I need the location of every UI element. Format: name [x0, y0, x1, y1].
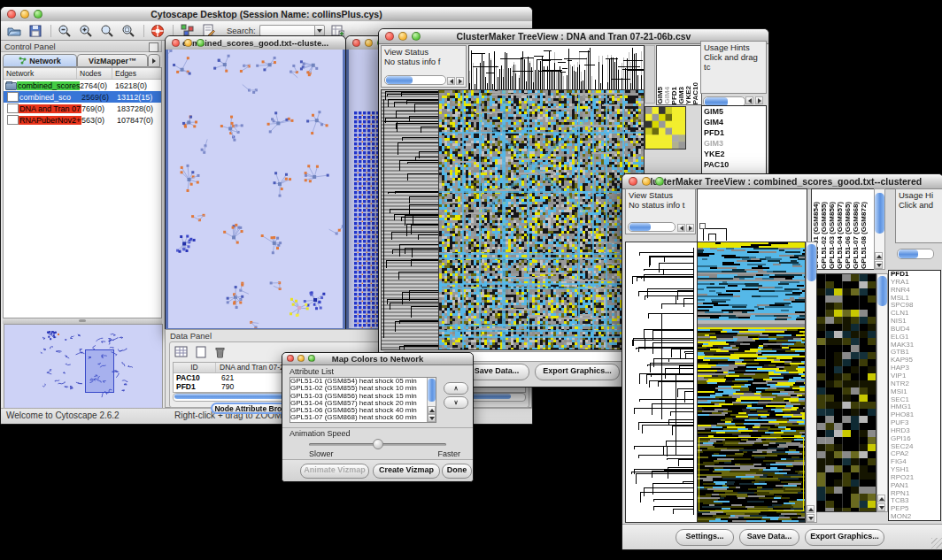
zoom-button[interactable] [197, 39, 205, 47]
zoom-heatmap-canvas[interactable] [816, 273, 876, 512]
network-list-row[interactable]: DNA and Tran 07769(0)183728(0) [4, 103, 161, 114]
column-header-edges[interactable]: Edges [112, 68, 161, 79]
network1-canvas[interactable] [168, 50, 343, 328]
overview-viewport-rect[interactable] [85, 349, 114, 393]
column-label[interactable]: GPL51-04 (GSM857) [836, 202, 844, 269]
column-label[interactable]: GPL51-02 (GSM855) [820, 202, 828, 269]
tab-overflow-button[interactable] [148, 54, 160, 67]
create-vizmap-button[interactable]: Create Vizmap [373, 464, 440, 479]
correlation-mini-heatmap[interactable] [645, 106, 686, 150]
scroll-left-icon[interactable] [745, 96, 753, 104]
close-button[interactable] [385, 32, 394, 41]
tab-vizmapper[interactable]: VizMapper™ [77, 54, 148, 67]
save-icon[interactable] [27, 24, 43, 38]
zoom-in-icon[interactable] [78, 24, 94, 38]
animation-speed-slider[interactable] [309, 443, 446, 446]
scrollbar-thumb[interactable] [877, 276, 887, 306]
close-button[interactable] [287, 355, 294, 362]
scroll-left-icon[interactable] [447, 77, 455, 85]
gene-label[interactable]: GIM3 [702, 138, 766, 149]
network-list-row[interactable]: RNAPuberNov2+563(0)107847(0) [4, 114, 161, 126]
close-button[interactable] [352, 39, 360, 47]
column-dendrogram-area[interactable] [697, 188, 807, 243]
attribute-item[interactable]: GPL51-07 (GSM868) heat shock 60 min [290, 414, 436, 421]
done-button[interactable]: Done [442, 464, 472, 479]
gene-label[interactable]: PFD1 [702, 127, 766, 138]
gene-label[interactable]: GIM5 [702, 106, 766, 117]
open-folder-icon[interactable] [6, 24, 22, 38]
zoom-selected-icon[interactable] [120, 24, 136, 38]
column-label[interactable]: GPL51-07 (GSM868) [852, 202, 860, 269]
close-button[interactable] [629, 177, 637, 186]
column-label[interactable]: GPL51-06 (GSM865) [844, 202, 852, 269]
move-down-button[interactable]: ∨ [444, 396, 468, 409]
scroll-down-icon[interactable] [428, 414, 436, 422]
move-up-button[interactable]: ∧ [444, 382, 468, 395]
save-data-button[interactable]: Save Data... [464, 364, 529, 380]
scrollbar-thumb[interactable] [386, 76, 413, 84]
minimize-button[interactable] [398, 32, 407, 41]
gene-label[interactable]: YKE2 [702, 149, 766, 159]
settings-button[interactable]: Settings... [676, 529, 734, 546]
scroll-down-icon[interactable] [875, 261, 883, 269]
scroll-down-icon[interactable] [877, 503, 885, 511]
scroll-left-icon[interactable] [677, 224, 685, 232]
float-panel-icon[interactable] [149, 42, 158, 52]
gene-label[interactable]: PAC10 [702, 159, 766, 170]
network-overview-panel[interactable] [4, 324, 163, 410]
export-graphics-button[interactable]: Export Graphics... [535, 364, 620, 380]
resize-grip-icon[interactable] [931, 538, 942, 548]
network1-titlebar[interactable]: combined_scores_good.txt--cluste... [166, 36, 345, 50]
scroll-right-icon[interactable] [755, 96, 763, 104]
column-label[interactable]: GPL51-08 (GSM872) [860, 202, 868, 269]
row-dendrogram-canvas[interactable] [381, 89, 439, 350]
zoom-button[interactable] [308, 355, 315, 362]
zoom-vscrollbar[interactable] [876, 273, 888, 512]
scroll-up-icon[interactable] [877, 495, 885, 502]
attribute-list-vscrollbar[interactable] [427, 378, 436, 422]
gene-label[interactable]: GIM4 [702, 117, 766, 127]
column-label[interactable]: PAC10 [692, 82, 699, 104]
scroll-right-icon[interactable] [456, 77, 464, 85]
column-header-nodes[interactable]: Nodes [77, 68, 112, 79]
zoom-button[interactable] [412, 32, 421, 41]
minimize-button[interactable] [184, 39, 192, 47]
gene-label[interactable]: MON2 [889, 513, 940, 521]
hints-hscrollbar[interactable] [897, 249, 934, 259]
column-header-network[interactable]: Network [4, 68, 77, 79]
minimize-button[interactable] [20, 10, 29, 19]
scrollbar-thumb[interactable] [428, 379, 436, 402]
save-data-button[interactable]: Save Data... [739, 529, 799, 546]
network-list-row[interactable]: combined_scores2764(0)16218(0) [4, 80, 161, 91]
animate-vizmap-button[interactable]: Animate Vizmap [300, 464, 369, 479]
status-hscrollbar[interactable] [384, 75, 446, 85]
treeview2-titlebar[interactable]: ClusterMaker TreeView : combined_scores_… [622, 174, 942, 189]
trash-icon[interactable] [212, 345, 228, 358]
table-grid-icon[interactable] [174, 345, 189, 358]
scrollbar-thumb[interactable] [629, 223, 651, 231]
tab-network[interactable]: Network [3, 54, 77, 67]
scroll-up-icon[interactable] [875, 252, 883, 260]
new-document-icon[interactable] [193, 345, 208, 358]
global-heatmap-canvas[interactable] [438, 89, 645, 350]
minimize-button[interactable] [297, 355, 305, 362]
close-button[interactable] [172, 39, 180, 47]
status-hscrollbar[interactable] [628, 222, 676, 232]
scroll-right-icon[interactable] [686, 224, 694, 232]
export-graphics-button[interactable]: Export Graphics... [805, 529, 884, 546]
zoom-button[interactable] [34, 10, 42, 19]
scrollbar-thumb[interactable] [899, 249, 918, 258]
row-dendrogram-canvas[interactable] [625, 242, 698, 523]
zoom-button[interactable] [655, 177, 664, 186]
minimize-button[interactable] [365, 39, 373, 47]
global-heatmap-canvas[interactable] [697, 242, 806, 523]
scroll-up-icon[interactable] [428, 406, 436, 414]
zoom-fit-icon[interactable] [99, 24, 115, 38]
slider-thumb[interactable] [373, 439, 383, 449]
network-list-row[interactable]: combined_sco2569(6)13112(15) [4, 91, 161, 103]
dialog-titlebar[interactable]: Map Colors to Network [282, 353, 473, 365]
help-lifesaver-icon[interactable] [150, 24, 166, 38]
scroll-up-icon[interactable] [807, 505, 815, 513]
minimize-button[interactable] [642, 177, 651, 186]
column-label[interactable]: GPL51-03 (GSM856) [828, 202, 836, 269]
